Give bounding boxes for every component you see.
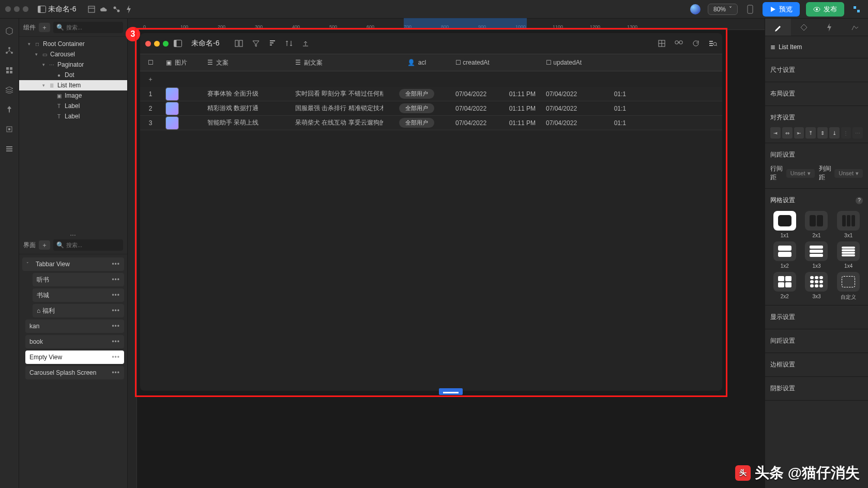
scene-row[interactable]: book••• <box>25 335 124 348</box>
row-gap-value[interactable]: Unset ▾ <box>786 169 815 178</box>
col-text2[interactable]: ☰ 副文案 <box>290 58 383 67</box>
section-shadow[interactable]: 阴影设置 <box>770 381 863 396</box>
panel-toggle-icon[interactable] <box>174 40 182 47</box>
scene-row[interactable]: Carousel Splash Screen••• <box>25 366 124 379</box>
scene-more-icon[interactable]: ••• <box>112 276 120 283</box>
tab-data[interactable] <box>791 19 817 36</box>
avatar-icon[interactable] <box>689 3 702 16</box>
section-layout[interactable]: 布局设置 <box>770 86 863 101</box>
scene-row[interactable]: Empty View••• <box>25 350 124 364</box>
align-top[interactable]: ⤒ <box>805 127 816 139</box>
components-search[interactable]: 🔍 <box>53 22 123 33</box>
col-checkbox[interactable]: ☐ <box>140 59 161 66</box>
scene-row[interactable]: 书城••• <box>33 288 124 302</box>
tree-item[interactable]: ▣Image <box>19 90 127 101</box>
align-left[interactable]: ⤛ <box>770 127 781 139</box>
grid-option[interactable]: 1x2 <box>770 241 799 269</box>
table-row[interactable]: 3 智能助手 呆萌上线 呆萌柴犬 在线互动 享受云遛狗的... 全部用户 07/… <box>140 116 722 130</box>
scene-more-icon[interactable]: ••• <box>112 307 120 314</box>
close-dot[interactable] <box>5 6 11 12</box>
upload-icon[interactable] <box>302 40 309 47</box>
align-vcenter[interactable]: ⇕ <box>817 127 828 139</box>
scene-more-icon[interactable]: ••• <box>112 261 120 268</box>
tab-advanced[interactable] <box>842 19 868 36</box>
col-updated[interactable]: ☐ updatedAt <box>541 59 631 66</box>
list-rail-icon[interactable] <box>4 144 14 154</box>
sort-icon[interactable] <box>269 40 276 47</box>
minimize-dot[interactable] <box>14 6 20 12</box>
cloud-icon[interactable] <box>98 3 110 16</box>
scene-more-icon[interactable]: ••• <box>112 323 120 330</box>
scene-more-icon[interactable]: ••• <box>112 354 120 361</box>
scene-row[interactable]: kan••• <box>25 319 124 333</box>
scene-more-icon[interactable]: ••• <box>112 292 120 299</box>
expand-icon[interactable] <box>658 40 665 47</box>
acl-pill[interactable]: 全部用户 <box>399 89 434 99</box>
scene-more-icon[interactable]: ••• <box>112 369 120 376</box>
structure-icon[interactable] <box>4 45 14 56</box>
search-list-icon[interactable] <box>709 40 717 47</box>
grid-option[interactable]: 3x1 <box>834 211 863 238</box>
scenes-search[interactable]: 🔍 <box>53 239 123 251</box>
grid-option[interactable]: 2x1 <box>802 211 831 238</box>
col-image[interactable]: ▣ 图片 <box>161 58 202 67</box>
order-icon[interactable] <box>285 40 293 47</box>
tree-item[interactable]: TLabel <box>19 101 127 111</box>
settings-extra-icon[interactable] <box>850 3 863 16</box>
add-row-button[interactable]: ＋ <box>140 71 722 87</box>
section-spacing2[interactable]: 间距设置 <box>770 333 863 348</box>
tab-style[interactable] <box>765 19 791 36</box>
sidebar-toggle-icon[interactable] <box>36 3 48 16</box>
tab-action[interactable] <box>817 19 843 36</box>
filter-icon[interactable] <box>252 40 260 47</box>
preview-button[interactable]: 预览 <box>763 2 800 17</box>
grid-option[interactable]: 1x3 <box>802 241 831 269</box>
grid-option[interactable]: 1x4 <box>834 241 863 269</box>
scene-row[interactable]: 听书••• <box>33 273 124 286</box>
align-hcenter[interactable]: ⇔ <box>782 127 793 139</box>
tree-item[interactable]: ▾□Root Container <box>19 39 127 49</box>
table-row[interactable]: 2 精彩游戏 数据打通 国服最强 击杀排行 精准锁定技术... 全部用户 07/… <box>140 101 722 116</box>
flash-icon[interactable] <box>123 3 135 16</box>
grid-option[interactable]: 3x3 <box>802 272 831 301</box>
layers-rail-icon[interactable] <box>4 85 14 95</box>
grid-option[interactable]: 自定义 <box>834 272 863 301</box>
align-right[interactable]: ⤜ <box>794 127 804 139</box>
components-search-input[interactable] <box>66 24 120 30</box>
section-border[interactable]: 边框设置 <box>770 357 863 372</box>
columns-icon[interactable] <box>235 40 243 47</box>
link-icon[interactable] <box>675 40 683 47</box>
tree-item[interactable]: ▾▭Carousel <box>19 49 127 59</box>
tree-item[interactable]: ▾⋯Paginator <box>19 59 127 70</box>
tree-item[interactable]: ●Dot <box>19 70 127 80</box>
section-display[interactable]: 显示设置 <box>770 310 863 325</box>
add-component-button[interactable]: ＋ <box>39 23 50 32</box>
table-row[interactable]: 1 赛事体验 全面升级 实时回看 即刻分享 不错过任何精... 全部用户 07/… <box>140 87 722 101</box>
col-gap-value[interactable]: Unset ▾ <box>834 169 863 178</box>
refresh-icon[interactable] <box>692 40 699 47</box>
col-created[interactable]: ☐ createdAt <box>450 59 541 66</box>
publish-button[interactable]: 发布 <box>806 2 844 17</box>
grid-option[interactable]: 1x1 <box>770 211 799 238</box>
scenes-search-input[interactable] <box>66 242 120 248</box>
scene-row[interactable]: ˅Tabbar View••• <box>22 257 124 271</box>
cube-icon[interactable] <box>4 26 14 36</box>
help-icon[interactable]: ? <box>856 197 863 204</box>
component-icon[interactable] <box>4 124 14 134</box>
grid-option[interactable]: 2x2 <box>770 272 799 301</box>
align-bottom[interactable]: ⤓ <box>829 127 840 139</box>
col-text1[interactable]: ☰ 文案 <box>202 58 290 67</box>
device-icon[interactable] <box>744 3 756 16</box>
pin-icon[interactable] <box>4 104 14 115</box>
zoom-selector[interactable]: 80%˅ <box>708 4 738 15</box>
col-acl[interactable]: 👤 acl <box>383 59 450 66</box>
acl-pill[interactable]: 全部用户 <box>399 118 434 128</box>
tree-item[interactable]: ▾≣List Item <box>19 80 127 90</box>
nodes-icon[interactable] <box>110 3 123 16</box>
grid-icon[interactable] <box>4 65 14 75</box>
canvas-viewport[interactable]: 3 未命名-6 <box>137 30 765 426</box>
tree-item[interactable]: TLabel <box>19 111 127 121</box>
scene-row[interactable]: ⌂福利••• <box>33 304 124 317</box>
section-size[interactable]: 尺寸设置 <box>770 63 863 78</box>
zoom-dot[interactable] <box>23 6 28 12</box>
